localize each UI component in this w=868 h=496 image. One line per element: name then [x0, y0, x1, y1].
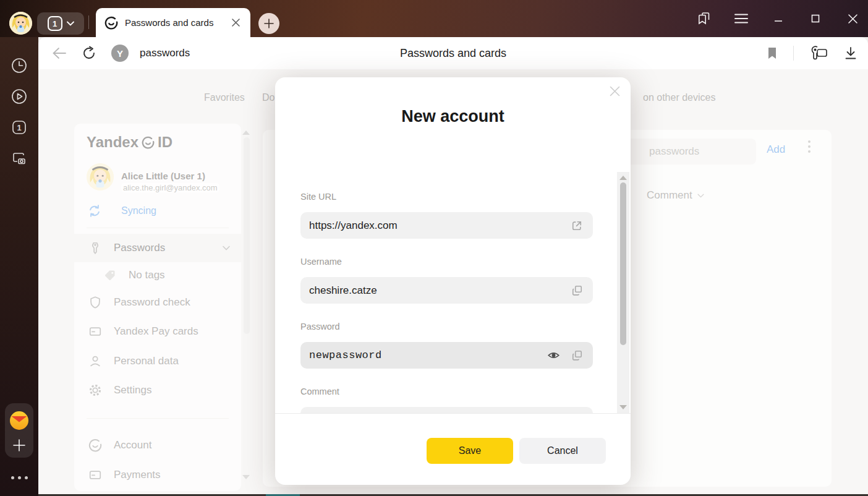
username-field[interactable]: cheshire.catze [300, 277, 593, 304]
dialog-close-icon[interactable] [607, 83, 622, 98]
key-icon [88, 241, 103, 255]
password-label: Password [300, 322, 340, 331]
dialog-scrollbar-thumb[interactable] [620, 182, 626, 345]
sidebar-item-label: Passwords [114, 242, 165, 254]
cancel-button[interactable]: Cancel [519, 438, 606, 464]
user-email: alice.the.girl@yandex.com [121, 183, 219, 192]
sidebar-item-passwords[interactable]: Passwords [74, 234, 241, 262]
rail-plus-icon[interactable] [0, 432, 38, 459]
profile-avatar[interactable] [9, 12, 32, 35]
scroll-up-icon[interactable] [619, 176, 627, 180]
site-url-value: https://yandex.com [309, 220, 561, 232]
tab-close-icon[interactable] [229, 17, 242, 29]
history-icon[interactable] [0, 52, 38, 79]
comment-field[interactable] [300, 407, 593, 413]
more-options-icon[interactable] [0, 471, 38, 484]
eye-icon[interactable] [546, 348, 561, 363]
sidebar-scrollbar-thumb[interactable] [244, 137, 250, 334]
card-icon [88, 468, 103, 482]
sidebar-item-settings[interactable]: Settings [74, 376, 241, 404]
save-button[interactable]: Save [427, 438, 513, 464]
user-avatar [87, 163, 114, 190]
yandex-mail-icon[interactable] [0, 407, 38, 434]
sidebar-item-label: Yandex Pay cards [114, 325, 198, 338]
page-tab-downloads-partial[interactable]: Do [262, 92, 274, 103]
card-icon [88, 325, 103, 338]
site-url-field[interactable]: https://yandex.com [300, 212, 593, 239]
scroll-down-icon[interactable] [619, 405, 627, 409]
yandex-id-logo: Yandex ID [87, 134, 172, 151]
gear-icon [88, 383, 103, 397]
sync-status-row[interactable]: Syncing [88, 204, 156, 218]
profile-count: 1 [53, 19, 57, 28]
sidebar-item-label: Settings [114, 384, 151, 396]
tab-title: Passwords and cards [125, 17, 223, 28]
screenshot-icon[interactable] [0, 145, 38, 172]
sidebar-item-account[interactable]: Account [74, 431, 241, 460]
chevron-down-icon [223, 246, 230, 250]
tab-count: 1 [17, 123, 21, 132]
comment-column-header[interactable]: Comment [647, 189, 704, 202]
plus-icon [264, 19, 274, 28]
sidebar-item-label: Account [114, 439, 151, 451]
search-placeholder: passwords [649, 145, 699, 158]
profile-switcher[interactable]: 1 [37, 12, 84, 35]
username-value: cheshire.catze [309, 284, 561, 297]
sidebar-item-personal-data[interactable]: Personal data [74, 347, 241, 375]
new-tab-button[interactable] [258, 13, 279, 34]
dialog-footer: Save Cancel [275, 413, 631, 485]
new-account-dialog: New account Site URL https://yandex.com … [275, 77, 631, 485]
download-icon[interactable] [845, 46, 857, 60]
toolbar: Y passwords Passwords and cards [38, 37, 868, 69]
bookmark-icon[interactable] [767, 47, 777, 59]
tab-count-button[interactable]: 1 [0, 114, 38, 141]
logo-id: ID [158, 134, 172, 151]
divider [793, 46, 794, 61]
open-in-new-icon[interactable] [569, 218, 584, 233]
maximize-button[interactable] [807, 11, 823, 27]
page-tab-favorites[interactable]: Favorites [204, 92, 245, 103]
divider [88, 15, 89, 29]
account-smile-icon [88, 438, 103, 452]
divider [87, 418, 229, 419]
comment-label: Comment [300, 387, 339, 396]
copy-icon[interactable] [569, 283, 584, 298]
media-play-icon[interactable] [0, 83, 38, 110]
tab-passwords-and-cards[interactable]: Passwords and cards [96, 8, 250, 37]
browser-window: 1 Passwords and cards [0, 0, 868, 496]
add-password-button[interactable]: Add [767, 143, 785, 156]
copy-icon[interactable] [569, 348, 584, 363]
password-manager-icon[interactable] [810, 45, 828, 61]
user-name: Alice Little (User 1) [121, 171, 205, 181]
site-url-label: Site URL [300, 192, 336, 202]
sidebar-scroll-down-icon[interactable] [242, 475, 250, 479]
sync-icon [88, 204, 101, 218]
sidebar-item-label: No tags [129, 269, 165, 281]
close-button[interactable] [845, 11, 861, 27]
page-tab-other-devices-partial[interactable]: on other devices [643, 92, 715, 103]
sidebar-item-yandex-pay-cards[interactable]: Yandex Pay cards [74, 317, 241, 346]
chevron-down-icon [67, 21, 74, 26]
sidebar-item-password-check[interactable]: Password check [74, 288, 241, 317]
yandex-id-smile-icon [142, 136, 155, 149]
sync-status: Syncing [121, 205, 156, 216]
dialog-body: Site URL https://yandex.com Username che… [275, 172, 631, 413]
more-menu-icon[interactable] [808, 140, 811, 153]
password-field[interactable]: newpassword [300, 342, 593, 369]
menu-icon[interactable] [733, 11, 749, 27]
person-icon [88, 354, 103, 368]
sidebar-item-payments[interactable]: Payments [74, 461, 241, 489]
comment-column-label: Comment [647, 189, 692, 202]
title-bar: 1 Passwords and cards [0, 0, 868, 37]
sidebar-item-no-tags[interactable]: No tags [74, 261, 241, 289]
chevron-down-icon [697, 194, 704, 198]
collections-icon[interactable] [696, 11, 712, 27]
sidebar-scroll-up-icon[interactable] [242, 130, 250, 135]
logo-yandex: Yandex [87, 134, 138, 151]
username-label: Username [300, 257, 342, 267]
profile-count-badge: 1 [48, 16, 62, 31]
sidebar-item-label: Payments [114, 469, 161, 481]
dialog-scrollbar [617, 172, 629, 413]
page-title: Passwords and cards [38, 47, 868, 60]
minimize-button[interactable] [770, 11, 786, 27]
